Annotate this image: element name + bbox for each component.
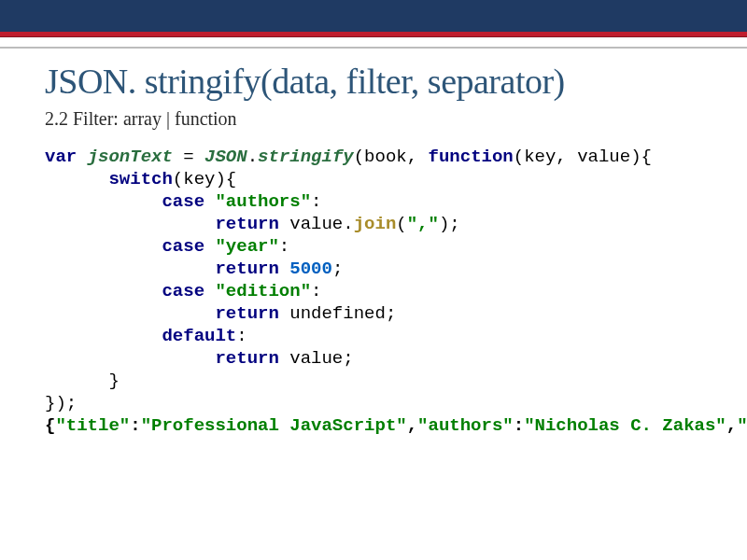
out-title-v: "Professional JavaScript" — [141, 415, 407, 436]
code-block: var jsonText = JSON.stringify(book, func… — [45, 147, 702, 437]
return-undef: undefined; — [279, 303, 396, 324]
num-5000: 5000 — [289, 259, 332, 279]
str-authors: "authors" — [215, 191, 311, 212]
close-switch: } — [45, 371, 120, 391]
header-bar — [0, 0, 747, 32]
str-edition: "edition" — [215, 281, 311, 301]
colon: : — [130, 415, 140, 436]
kw-case: case — [162, 191, 204, 212]
kw-case: case — [162, 236, 204, 257]
kw-var: var — [45, 147, 77, 167]
fn-params: (key, value){ — [514, 147, 652, 167]
comma: , — [407, 415, 417, 436]
sp — [279, 259, 289, 279]
str-year: "year" — [215, 236, 278, 257]
kw-return: return — [215, 214, 278, 234]
str-comma: "," — [407, 214, 439, 234]
slide-title: JSON. stringify(data, filter, separator) — [45, 60, 702, 103]
join-close: ); — [439, 214, 460, 234]
kw-function: function — [429, 147, 514, 167]
kw-default: default — [162, 326, 236, 346]
join-open: ( — [396, 214, 406, 234]
kw-return: return — [215, 303, 278, 324]
comma: , — [726, 415, 737, 436]
kw-return: return — [215, 259, 278, 279]
out-authors-k: "authors" — [417, 415, 514, 436]
var-jsontext: jsonText — [88, 147, 173, 167]
out-year-k: "year" — [737, 415, 747, 436]
out-open: { — [45, 415, 55, 436]
close-fn: }); — [45, 393, 77, 413]
kw-case: case — [162, 281, 204, 301]
kw-return: return — [215, 348, 278, 369]
join-member: join — [354, 214, 397, 234]
kw-switch: switch — [108, 169, 172, 189]
value-dot: value. — [279, 214, 354, 234]
slide-content: JSON. stringify(data, filter, separator)… — [0, 49, 747, 438]
colon: : — [279, 236, 289, 257]
colon: : — [514, 415, 524, 436]
stringify-method: stringify — [258, 147, 354, 167]
colon: : — [311, 191, 321, 212]
dot: . — [247, 147, 258, 167]
colon: : — [311, 281, 321, 301]
switch-expr: (key){ — [173, 169, 236, 189]
out-title-k: "title" — [55, 415, 130, 436]
json-class: JSON — [204, 147, 247, 167]
return-value: value; — [279, 348, 354, 369]
semi: ; — [332, 259, 343, 279]
args-open: (book, — [354, 147, 429, 167]
accent-stripe — [0, 32, 747, 37]
out-authors-v: "Nicholas C. Zakas" — [524, 415, 726, 436]
colon: : — [236, 326, 247, 346]
eq: = — [173, 147, 204, 167]
slide-subtitle: 2.2 Filter: array | function — [45, 108, 702, 130]
